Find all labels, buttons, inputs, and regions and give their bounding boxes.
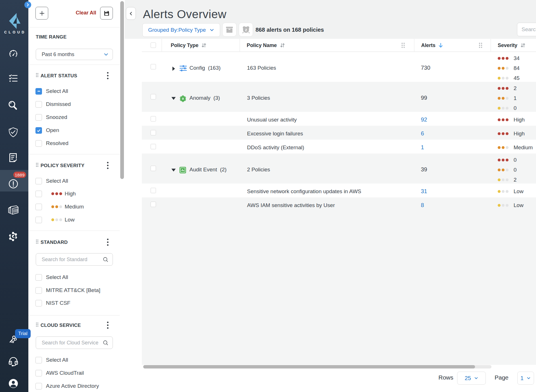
svg-text:z: z: [245, 27, 247, 32]
